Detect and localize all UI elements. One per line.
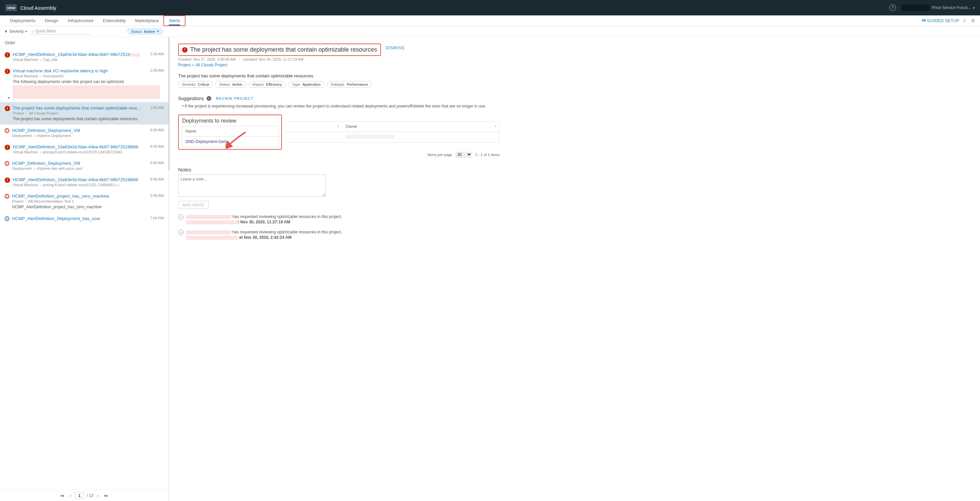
note-entry: ≡ has requested reviewing optimizable re…: [178, 230, 980, 240]
main-nav: Deployments Design Infrastructure Extens…: [0, 15, 980, 26]
quick-filters-label: Quick filters: [35, 29, 56, 33]
severity-label: Severity: [10, 29, 24, 34]
pager-total: / 13: [86, 493, 93, 498]
alert-title: HCMP_Definition_Deployment_VM: [12, 161, 164, 166]
filter-chip-status[interactable]: Status: Active ✕: [127, 28, 163, 35]
alert-meta: Deployment»vSphere dep with price card: [12, 167, 164, 170]
alert-item[interactable]: ! HCMP_AlertDefinition_project_has_zero_…: [0, 190, 169, 213]
alert-title: HCMP_AlertDefinition_15a83e3d-fdae-44ba-…: [13, 177, 164, 182]
deployments-header: Deployments to review: [182, 118, 278, 124]
guided-label: GUIDED SETUP: [927, 18, 959, 23]
map-icon: 🗺: [922, 18, 926, 23]
breadcrumb[interactable]: Project»All Clouds Project: [178, 63, 980, 67]
tab-marketplace[interactable]: Marketplace: [130, 15, 164, 26]
owner-mask: [345, 135, 394, 138]
alert-desc: The project has some deployments that co…: [13, 116, 164, 121]
alert-time: 8:46 AM: [150, 177, 164, 181]
help-icon[interactable]: ?: [889, 4, 896, 11]
pager-prev-icon[interactable]: ‹: [68, 493, 72, 499]
chip: Status: Active: [215, 81, 246, 88]
alert-title: HCMP_AlertDefinition_Deployment_has_cost: [12, 216, 164, 221]
user-label: Price Service Functi...: [932, 5, 971, 10]
alert-warning-icon: !: [5, 128, 10, 133]
tab-design[interactable]: Design: [40, 15, 63, 26]
alert-item[interactable]: ! The project has some deployments that …: [0, 102, 169, 124]
pager-size-select[interactable]: 10: [455, 152, 472, 157]
arrow-annotation: [226, 132, 249, 149]
chevron-down-icon: ▾: [25, 29, 27, 33]
detail-title-box: ! The project has some deployments that …: [178, 43, 381, 56]
alert-item[interactable]: ! HCMP_AlertDefinition_15a83e3d-fdae-44b…: [0, 174, 169, 190]
add-note-button[interactable]: ADD NOTE: [178, 201, 208, 209]
alert-critical-icon: !: [5, 52, 10, 57]
chip-value: Active: [144, 29, 155, 33]
alert-meta: Deployment»vSphere Deployment: [12, 134, 164, 138]
alert-title: HCMP_AlertDefinition_project_has_zero_ma…: [12, 194, 164, 199]
app-title: Cloud Assembly: [20, 5, 56, 11]
alert-critical-icon: !: [5, 106, 10, 111]
alert-meta: Virtual Machine»pricing-ft-don't-delete-…: [13, 150, 164, 154]
nav-right-letter: D: [972, 18, 975, 23]
filter-icon[interactable]: ▾: [495, 124, 496, 128]
tab-alerts[interactable]: Alerts: [163, 15, 185, 26]
detail-dates: Created: Nov 27, 2020, 2:00:00 AM | Upda…: [178, 57, 980, 61]
alert-item[interactable]: ! HCMP_AlertDefinition_15a83e3d-fdae-44b…: [0, 49, 169, 65]
quick-filters-input[interactable]: ⌕ Quick filters: [30, 28, 91, 35]
tab-extensibility[interactable]: Extensibility: [98, 15, 130, 26]
pager-next-icon[interactable]: ›: [96, 493, 100, 499]
alert-desc: The following deployments under this pro…: [13, 80, 164, 99]
close-icon[interactable]: ✕: [156, 29, 159, 33]
pager-first-icon[interactable]: ⏮: [59, 493, 65, 499]
chevron-down-icon: ▾: [973, 6, 975, 10]
alert-item[interactable]: i HCMP_AlertDefinition_Deployment_has_co…: [0, 213, 169, 224]
detail-summary: The project has some deployments that co…: [178, 73, 980, 78]
pager-last-icon[interactable]: ⏭: [103, 493, 110, 499]
alert-time: 8:50 AM: [150, 161, 164, 165]
table-pager: Items per page 10 1 - 1 of 1 items: [178, 152, 500, 157]
suggestions-header: Suggestions 1 REVIEW PROJECT: [178, 96, 980, 101]
suggestion-text: • If the project is experiencing increas…: [178, 104, 980, 108]
alert-list-section-header: Older: [0, 37, 169, 49]
tab-infrastructure[interactable]: Infrastructure: [63, 15, 98, 26]
alert-meta: Virtual Machine»Oversized10: [13, 74, 164, 78]
alert-time: 2:09 AM: [150, 68, 164, 72]
alert-meta: Virtual Machine»Cap_Idle: [13, 57, 164, 62]
alert-desc: HCMP_AlertDefinition_project_has_zero_ma…: [12, 205, 164, 209]
filter-icon[interactable]: ▾: [337, 124, 339, 128]
alert-item[interactable]: ! Virtual machine disk I/O read/write la…: [0, 65, 169, 102]
alert-time: 8:50 AM: [150, 128, 164, 132]
mask-box: [13, 85, 160, 99]
moon-icon[interactable]: ☾: [963, 18, 967, 24]
alert-item[interactable]: ! HCMP_Definition_Deployment_VM Deployme…: [0, 157, 169, 174]
alert-time: 8:50 AM: [150, 144, 164, 148]
col-owner[interactable]: Owner▾: [342, 122, 499, 132]
alert-critical-icon: !: [5, 178, 10, 183]
funnel-icon: ▼: [4, 29, 8, 34]
chip: Severity: Critical: [178, 81, 213, 88]
alert-item[interactable]: ! HCMP_Definition_Deployment_VM Deployme…: [0, 124, 169, 141]
alert-meta: Virtual Machine»pricing-ft-don't-delete-…: [13, 183, 164, 187]
alert-title: The project has some deployments that co…: [13, 105, 164, 111]
user-badge: [901, 4, 930, 11]
severity-filter[interactable]: ▼ Severity ▾: [4, 29, 27, 34]
alert-list-panel: Older ! HCMP_AlertDefinition_15a83e3d-fd…: [0, 37, 169, 501]
dismiss-link[interactable]: DISMISS: [386, 46, 404, 50]
alert-time: 2:00 AM: [150, 105, 164, 110]
review-project-link[interactable]: REVIEW PROJECT: [216, 97, 253, 100]
scrollbar[interactable]: [169, 37, 171, 194]
alert-warning-icon: !: [5, 194, 10, 199]
tab-deployments[interactable]: Deployments: [5, 15, 40, 26]
alert-item[interactable]: ! HCMP_AlertDefinition_15a83e3d-fdae-44b…: [0, 141, 169, 157]
detail-title: The project has some deployments that co…: [190, 46, 377, 53]
chip: Type: Application: [288, 81, 325, 88]
note-textarea[interactable]: [178, 175, 325, 197]
chip: Impact: Efficiency: [249, 81, 286, 88]
alert-critical-icon: !: [5, 68, 10, 74]
user-menu[interactable]: Price Service Functi... ▾: [901, 4, 975, 11]
col-name-filter[interactable]: ▾: [285, 122, 342, 132]
alert-title: HCMP_Definition_Deployment_VM: [12, 128, 164, 133]
alert-detail-panel: ! The project has some deployments that …: [169, 37, 980, 501]
guided-setup-link[interactable]: 🗺 GUIDED SETUP: [922, 18, 959, 23]
alert-meta: Project»All Clouds Project: [13, 111, 164, 115]
pager-current-input[interactable]: [75, 492, 84, 499]
